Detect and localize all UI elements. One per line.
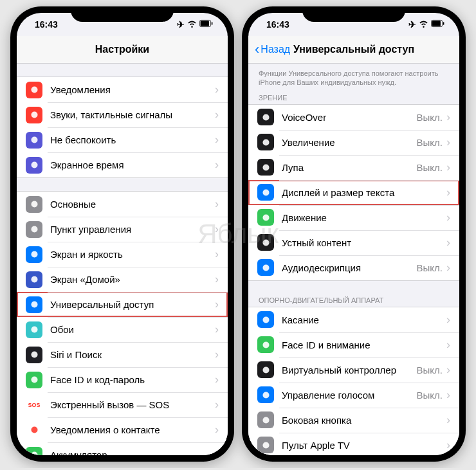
svg-point-31 [262, 392, 269, 398]
settings-row[interactable]: Дисплей и размер текста› [248, 180, 459, 205]
svg-point-33 [262, 442, 269, 448]
airplane-icon: ✈︎ [408, 19, 416, 30]
row-label: Управление голосом [282, 390, 417, 401]
battery-icon [431, 19, 445, 30]
row-label: Боковая кнопка [282, 415, 446, 426]
row-icon [26, 196, 42, 213]
row-label: Касание [282, 314, 446, 325]
chevron-right-icon: › [446, 186, 450, 199]
row-label: Устный контент [282, 237, 446, 248]
nav-bar: Настройки [17, 36, 228, 64]
svg-point-29 [262, 341, 269, 348]
row-status: Выкл. [417, 137, 443, 148]
settings-row[interactable]: Аккумулятор› [17, 442, 228, 455]
row-label: Face ID и код-пароль [50, 374, 215, 385]
svg-point-26 [262, 239, 269, 246]
accessibility-content[interactable]: Функции Универсального доступа помогают … [248, 64, 459, 455]
settings-row[interactable]: Экранное время› [17, 152, 228, 177]
chevron-right-icon: › [215, 348, 219, 361]
settings-row[interactable]: Экран и яркость› [17, 242, 228, 267]
svg-point-3 [31, 87, 37, 93]
settings-row[interactable]: Касание› [248, 307, 459, 332]
settings-row[interactable]: Устный контент› [248, 230, 459, 255]
settings-row[interactable]: Экран «Домой»› [17, 267, 228, 292]
row-label: Экран и яркость [50, 249, 215, 260]
back-button[interactable]: ‹ Назад [248, 41, 290, 58]
chevron-right-icon: › [215, 373, 219, 386]
screen-right: 16:43 ✈︎ ‹ Назад Универсальный доступ Фу… [248, 13, 459, 455]
settings-content[interactable]: Уведомления›Звуки, тактильные сигналы›Не… [17, 64, 228, 455]
settings-row[interactable]: Пульт Apple TV› [248, 433, 459, 455]
settings-row[interactable]: Звуки, тактильные сигналы› [17, 102, 228, 127]
settings-row[interactable]: Уведомления› [17, 77, 228, 102]
svg-point-12 [31, 327, 37, 333]
section-header-vision: ЗРЕНИЕ [248, 91, 459, 104]
settings-row[interactable]: ЛупаВыкл.› [248, 155, 459, 180]
row-icon [26, 246, 42, 263]
svg-point-28 [262, 316, 269, 323]
chevron-right-icon: › [215, 133, 219, 147]
svg-point-6 [31, 162, 37, 168]
row-label: Экран «Домой» [50, 274, 215, 285]
settings-row[interactable]: Основные› [17, 192, 228, 217]
svg-point-23 [262, 164, 269, 170]
status-time: 16:43 [35, 19, 58, 30]
settings-row[interactable]: АудиодескрипцияВыкл.› [248, 255, 459, 280]
settings-row[interactable]: Face ID и код-пароль› [17, 367, 228, 392]
svg-rect-20 [443, 22, 444, 25]
chevron-right-icon: › [215, 197, 219, 211]
settings-row[interactable]: УвеличениеВыкл.› [248, 130, 459, 155]
svg-point-24 [262, 189, 269, 195]
row-label: Экранное время [50, 159, 215, 170]
row-icon [26, 107, 42, 123]
chevron-right-icon: › [215, 108, 219, 122]
notch [71, 6, 174, 22]
settings-row[interactable]: SOSЭкстренный вызов — SOS› [17, 392, 228, 417]
row-icon [26, 447, 42, 456]
svg-point-13 [31, 352, 37, 358]
svg-point-21 [262, 114, 269, 120]
row-icon [257, 437, 274, 453]
row-icon [257, 134, 274, 150]
row-label: Siri и Поиск [50, 349, 215, 360]
settings-row[interactable]: Управление голосомВыкл.› [248, 383, 459, 408]
chevron-right-icon: › [215, 158, 219, 172]
row-icon [257, 336, 274, 353]
settings-row[interactable]: Siri и Поиск› [17, 342, 228, 367]
row-status: Выкл. [417, 162, 443, 173]
row-icon: SOS [26, 397, 42, 413]
chevron-right-icon: › [446, 136, 450, 149]
chevron-right-icon: › [215, 298, 219, 311]
settings-row[interactable]: Боковая кнопка› [248, 408, 459, 433]
row-status: Выкл. [417, 390, 443, 401]
chevron-right-icon: › [446, 261, 450, 275]
settings-row[interactable]: VoiceOverВыкл.› [248, 105, 459, 130]
row-label: Face ID и внимание [282, 339, 446, 350]
chevron-right-icon: › [446, 363, 450, 377]
settings-row[interactable]: Движение› [248, 205, 459, 230]
svg-rect-19 [432, 21, 441, 26]
nav-bar: ‹ Назад Универсальный доступ [248, 36, 459, 64]
battery-icon [199, 19, 214, 30]
settings-row[interactable]: Виртуальный контроллерВыкл.› [248, 357, 459, 383]
notch [302, 6, 405, 22]
row-icon [26, 157, 42, 174]
row-icon [26, 321, 42, 338]
settings-row[interactable]: Уведомления о контакте› [17, 417, 228, 442]
row-label: Пункт управления [50, 224, 215, 235]
row-icon [257, 311, 274, 328]
settings-row[interactable]: Пункт управления› [17, 217, 228, 242]
settings-row[interactable]: Не беспокоить› [17, 127, 228, 152]
settings-row[interactable]: Face ID и внимание› [248, 332, 459, 357]
row-label: Универсальный доступ [50, 299, 215, 310]
row-icon [26, 372, 42, 388]
chevron-right-icon: › [215, 83, 219, 96]
row-label: Уведомления [50, 84, 215, 95]
row-label: Не беспокоить [50, 134, 215, 145]
settings-row[interactable]: Универсальный доступ› [17, 292, 228, 317]
row-icon [257, 411, 274, 428]
settings-row[interactable]: Обои› [17, 317, 228, 342]
wifi-icon [187, 19, 197, 30]
row-status: Выкл. [417, 112, 443, 123]
chevron-right-icon: › [446, 438, 450, 452]
